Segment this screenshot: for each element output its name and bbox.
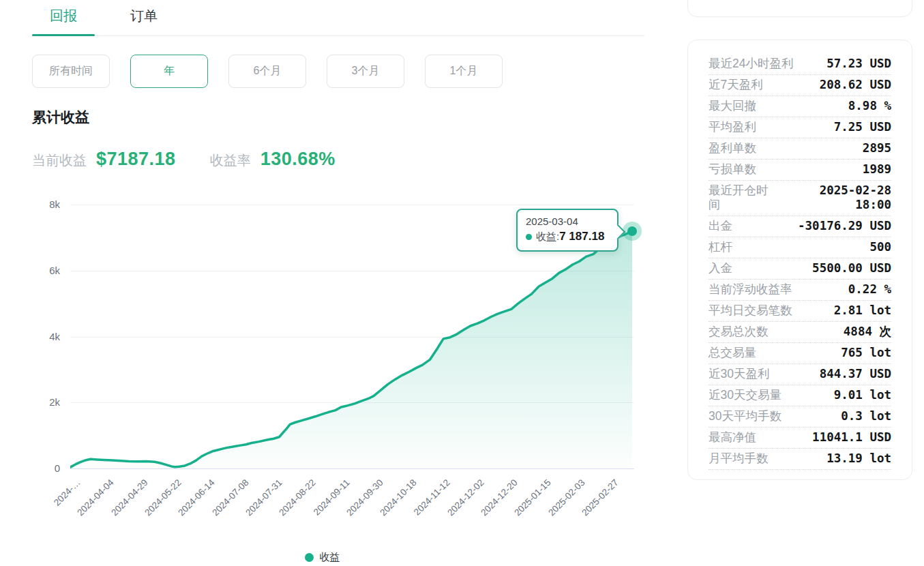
stat-value: 2895 [863,141,891,155]
time-filter-group: 所有时间年6个月3个月1个月 [32,55,503,88]
chart-legend[interactable]: 收益 [0,551,644,564]
stat-value: 5500.00 USD [812,261,891,275]
x-axis-line [70,468,634,469]
stat-value: 500 [869,240,891,254]
tab-divider [32,35,644,36]
stat-row: 交易总次数4884 次 [709,322,891,343]
stat-value: 9.01 lot [834,388,891,402]
y-tick-label: 0 [27,462,60,474]
stat-label: 总交易量 [709,346,756,360]
stat-row: 30天平均手数0.3 lot [709,406,891,428]
top-card-partial [687,0,912,17]
y-tick-label: 2k [27,396,60,408]
stat-label: 最大回撤 [709,99,756,113]
stat-row: 平均日交易笔数2.81 lot [709,301,891,322]
stat-label: 亏损单数 [709,162,756,177]
stat-label: 月平均手数 [709,451,769,466]
return-rate-value: 130.68% [260,149,336,170]
stat-label: 当前浮动收益率 [709,282,792,297]
stat-value: 844.37 USD [820,367,891,381]
stat-row: 近30天交易量9.01 lot [709,385,891,406]
current-return-value: $7187.18 [96,149,176,170]
stat-row: 杠杆500 [709,237,891,258]
stat-label: 最高净值 [709,430,756,445]
stat-row: 亏损单数1989 [709,160,891,181]
section-title: 累计收益 [32,108,89,127]
trading-dashboard: 回报 订单 所有时间年6个月3个月1个月 累计收益 当前收益 $7187.18 … [0,0,924,566]
filter-button-2[interactable]: 6个月 [228,55,306,88]
stat-row: 总交易量765 lot [709,343,891,364]
y-tick-label: 8k [27,198,60,210]
stat-value: 0.3 lot [841,409,891,423]
stat-value: 2025-02-28 18:00 [815,183,891,212]
account-stats-card: 最近24小时盈利57.23 USD近7天盈利208.62 USD最大回撤8.98… [687,40,912,480]
stat-row: 当前浮动收益率0.22 % [709,280,891,301]
tab-orders[interactable]: 订单 [113,3,175,36]
series-area-fill [70,231,632,468]
stat-value: 4884 次 [844,325,891,339]
active-tab-indicator [32,34,95,36]
filter-button-4[interactable]: 1个月 [425,55,503,88]
stat-row: 近7天盈利208.62 USD [709,75,891,96]
stat-label: 近30天盈利 [709,367,769,381]
legend-label: 收益 [320,551,340,564]
return-rate-label: 收益率 [210,151,251,170]
stat-value: 57.23 USD [826,57,891,71]
current-return-label: 当前收益 [32,151,87,170]
stat-row: 平均盈利7.25 USD [709,117,891,138]
stat-row: 入金5500.00 USD [709,258,891,280]
tooltip-date: 2025-03-04 [526,215,609,227]
y-tick-label: 6k [27,265,60,276]
stat-label: 平均日交易笔数 [709,303,792,318]
stat-value: 11041.1 USD [812,430,891,445]
stat-value: 0.22 % [848,282,891,297]
stat-label: 入金 [709,261,732,275]
y-tick-label: 4k [27,331,60,342]
stat-value: 765 lot [841,346,891,360]
legend-dot-icon [305,553,314,562]
filter-button-1[interactable]: 年 [130,55,208,88]
stat-value: 7.25 USD [834,120,891,134]
stat-row: 最近开仓时间2025-02-28 18:00 [709,181,891,216]
tab-bar: 回报 订单 [32,3,175,36]
stat-label: 近7天盈利 [709,78,763,92]
series-dot-icon [526,234,532,240]
stat-label: 盈利单数 [709,141,756,155]
chart-tooltip: 2025-03-04 收益: 7 187.18 [516,209,619,252]
stat-label: 平均盈利 [709,120,756,134]
stat-row: 最大回撤8.98 % [709,96,891,117]
stat-row: 最近24小时盈利57.23 USD [709,54,891,75]
stat-label: 交易总次数 [709,325,769,339]
tooltip-series-row: 收益: 7 187.18 [526,230,609,243]
stat-value: -30176.29 USD [798,219,891,233]
stat-value: 8.98 % [848,99,891,113]
stat-label: 最近24小时盈利 [709,57,793,71]
stat-row: 近30天盈利844.37 USD [709,364,891,385]
stat-label: 30天平均手数 [709,409,781,423]
stat-label: 最近开仓时间 [709,183,772,212]
stat-row: 出金-30176.29 USD [709,216,891,237]
tab-returns[interactable]: 回报 [32,3,95,36]
stat-row: 最高净值11041.1 USD [709,428,891,449]
tooltip-value: 7 187.18 [559,230,604,243]
filter-button-3[interactable]: 3个月 [327,55,404,88]
kpi-line: 当前收益 $7187.18 收益率 130.68% [32,149,336,170]
endpoint-marker-dot[interactable] [627,226,637,236]
stat-value: 208.62 USD [820,78,891,92]
stat-row: 月平均手数13.19 lot [709,449,891,470]
stat-row: 盈利单数2895 [709,138,891,160]
stat-label: 出金 [709,219,732,233]
stat-label: 近30天交易量 [709,388,781,402]
tooltip-series-label: 收益: [536,230,559,243]
stat-label: 杠杆 [709,240,732,254]
stat-value: 1989 [863,162,891,177]
stat-value: 2.81 lot [834,303,891,318]
filter-button-0[interactable]: 所有时间 [32,55,110,88]
stat-value: 13.19 lot [826,451,891,466]
